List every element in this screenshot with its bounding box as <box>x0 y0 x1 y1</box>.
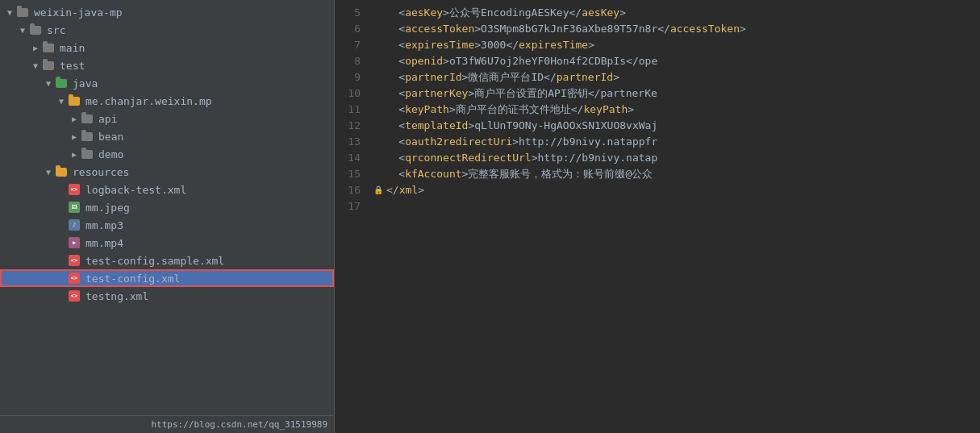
code-segment: expiresTime <box>405 37 474 53</box>
code-segment <box>373 21 398 37</box>
code-segment: accessToken <box>670 21 740 37</box>
code-segment: < <box>398 118 405 134</box>
tree-item-mm.mp3[interactable]: ♪mm.mp3 <box>0 216 334 234</box>
code-segment <box>373 37 398 53</box>
status-url: https://blog.csdn.net/qq_31519989 <box>151 419 327 430</box>
line-number: 17 <box>335 198 361 214</box>
line-number: 16 <box>335 182 361 198</box>
code-segment <box>373 102 398 118</box>
code-segment: > <box>588 37 594 53</box>
code-segment: < <box>398 166 405 182</box>
code-segment: partnerId <box>557 69 613 85</box>
code-segment: openid <box>405 53 443 69</box>
tree-item-mm.jpeg[interactable]: 🖼mm.jpeg <box>0 198 334 216</box>
tree-item-test[interactable]: test <box>0 56 334 74</box>
xml-icon: <> <box>68 289 81 302</box>
code-line: <kfAccount>完整客服账号，格式为：账号前缀@公众 <box>373 166 980 182</box>
code-segment: accessToken <box>405 21 474 37</box>
code-segment: > <box>418 182 424 198</box>
code-line: <partnerId>微信商户平台ID</partnerId> <box>373 69 980 85</box>
code-segment: expiresTime <box>519 37 588 53</box>
tree-item-main[interactable]: main <box>0 39 334 56</box>
code-segment: oT3fW6U7oj2heYF0Hon4f2CDBpIs</ope <box>449 53 657 69</box>
xml-icon: <> <box>68 183 81 196</box>
tree-item-test-config.xml[interactable]: <>test-config.xml <box>0 269 334 287</box>
code-segment: </ <box>569 5 582 21</box>
code-segment: keyPath <box>583 102 628 118</box>
code-segment: > <box>462 166 469 182</box>
code-segment: 商户平台的证书文件地址 <box>456 102 571 118</box>
code-segment: > <box>468 85 474 102</box>
tree-item-testng.xml[interactable]: <>testng.xml <box>0 287 334 305</box>
line-number: 15 <box>335 166 361 182</box>
code-segment: > <box>474 37 481 53</box>
line-number: 12 <box>335 118 361 134</box>
tree-item-src[interactable]: src <box>0 21 334 39</box>
code-line: 🔒</xml> <box>373 182 980 198</box>
tree-item-label: test-config.xml <box>85 273 180 285</box>
tree-item-label: api <box>98 113 117 125</box>
tree-item-api[interactable]: api <box>0 110 334 127</box>
tree-item-weixin-java-mp[interactable]: weixin-java-mp <box>0 3 334 21</box>
code-line: <templateId>qLlUnT9ONy-HgAOOxSN1XUO8vxWa… <box>373 118 980 134</box>
code-line: <oauth2redirectUri>http://b9nivy.natappf… <box>373 134 980 150</box>
tree-item-mm.mp4[interactable]: ▶mm.mp4 <box>0 234 334 252</box>
code-segment: > <box>740 21 746 37</box>
code-segment <box>373 118 398 134</box>
tree-item-label: logback-test.xml <box>85 184 186 196</box>
code-segment <box>373 150 398 166</box>
line-number: 10 <box>335 85 361 102</box>
code-line: <aesKey>公众号EncodingAESKey</aesKey> <box>373 5 980 21</box>
arrow-icon <box>68 148 81 160</box>
line-number: 11 <box>335 102 361 118</box>
arrow-icon <box>29 59 42 72</box>
code-segment: > <box>512 134 519 150</box>
code-area[interactable]: <aesKey>公众号EncodingAESKey</aesKey> <acce… <box>367 3 980 430</box>
tree-item-label: java <box>73 77 98 90</box>
code-segment <box>373 5 398 21</box>
tree-item-java[interactable]: java <box>0 74 334 92</box>
line-numbers: 567891011121314151617 <box>335 3 367 430</box>
code-segment: > <box>443 53 449 69</box>
tree-item-me-chanjar-weixin-mp[interactable]: me.chanjar.weixin.mp <box>0 92 334 110</box>
line-number: 6 <box>335 21 361 37</box>
code-line <box>373 198 980 214</box>
code-line: <openid>oT3fW6U7oj2heYF0Hon4f2CDBpIs</op… <box>373 53 980 69</box>
code-segment: 🔒 <box>373 182 383 198</box>
tree-item-label: mm.mp3 <box>85 219 123 231</box>
tree-item-label: mm.mp4 <box>85 237 123 249</box>
code-segment: </ <box>571 102 584 118</box>
tree-item-label: demo <box>98 148 123 160</box>
folder-gray-icon <box>81 112 94 125</box>
folder-gray-icon <box>16 6 29 19</box>
tree-item-label: bean <box>98 131 123 143</box>
tree-item-test-config.sample.xml[interactable]: <>test-config.sample.xml <box>0 252 334 269</box>
code-segment: </ <box>506 37 519 53</box>
tree-item-label: test-config.sample.xml <box>85 255 224 267</box>
arrow-icon <box>55 94 68 107</box>
code-segment: 完整客服账号，格式为：账号前缀@公众 <box>468 166 653 182</box>
tree-item-demo[interactable]: demo <box>0 145 334 163</box>
code-segment: > <box>619 5 626 21</box>
code-line: <accessToken>O3SMpm8bG7kJnF36aXbe89T57n8… <box>373 21 980 37</box>
code-segment: keyPath <box>405 102 449 118</box>
code-segment: 微信商户平台ID <box>468 69 544 85</box>
code-segment: 商户平台设置的API密钥</partnerKe <box>474 85 657 102</box>
line-number: 9 <box>335 69 361 85</box>
tree-item-logback-test.xml[interactable]: <>logback-test.xml <box>0 181 334 198</box>
tree-item-bean[interactable]: bean <box>0 127 334 145</box>
line-number: 14 <box>335 150 361 166</box>
code-segment <box>373 53 398 69</box>
xml-icon: <> <box>68 254 81 267</box>
xml-icon: <> <box>68 272 81 285</box>
code-segment: qLlUnT9ONy-HgAOOxSN1XUO8vxWaj <box>474 118 657 134</box>
code-segment: </ <box>544 69 557 85</box>
code-line: <qrconnectRedirectUrl>http://b9nivy.nata… <box>373 150 980 166</box>
code-segment: < <box>398 134 405 150</box>
arrow-icon <box>16 23 29 36</box>
code-segment: > <box>628 102 634 118</box>
arrow-icon <box>42 165 55 178</box>
code-segment: templateId <box>405 118 468 134</box>
tree-item-resources[interactable]: resources <box>0 163 334 181</box>
code-segment: < <box>398 102 405 118</box>
